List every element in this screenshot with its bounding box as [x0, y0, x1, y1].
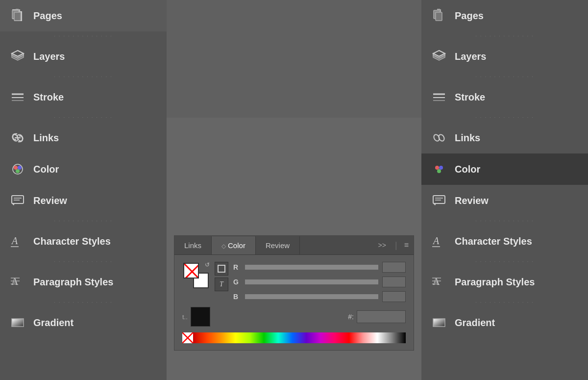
rgb-sliders: R G B [233, 262, 406, 302]
sidebar-item-paragraph-styles-right[interactable]: A Paragraph Styles [421, 266, 588, 298]
tab-links[interactable]: Links [174, 236, 212, 254]
sidebar-item-paragraph-styles-left[interactable]: A Paragraph Styles [0, 266, 167, 298]
fill-type-button[interactable] [215, 262, 228, 276]
divider-3-right: · · · · · · · · · · · · · [421, 113, 588, 122]
gradient-icon-left [9, 314, 26, 331]
hex-label: #: [348, 313, 354, 321]
color-panel: Links ◇Color Review >> | ≡ [174, 235, 414, 351]
sidebar-item-stroke-left[interactable]: Stroke [0, 81, 167, 113]
swap-arrow-icon[interactable]: ↺ [205, 262, 210, 268]
color-spectrum[interactable] [193, 332, 406, 343]
svg-text:A: A [432, 235, 440, 246]
g-slider-row: G [233, 277, 406, 287]
sidebar-item-pages-right-label: Pages [455, 10, 484, 22]
right-panel: Pages · · · · · · · · · · · · · Layers ·… [421, 0, 588, 380]
fg-swatch [183, 263, 199, 279]
divider-1-left: · · · · · · · · · · · · · [0, 31, 167, 41]
sidebar-item-gradient-left[interactable]: Gradient [0, 307, 167, 338]
divider-4-right: · · · · · · · · · · · · · [421, 216, 588, 226]
sidebar-item-character-styles-left[interactable]: A Character Styles [0, 226, 167, 257]
fg-bg-swatch[interactable]: ↺ [182, 262, 210, 289]
b-slider-row: B [233, 291, 406, 302]
tab-separator: | [393, 240, 399, 251]
sidebar-item-color-right[interactable]: Color [421, 153, 588, 185]
char-styles-icon-left: A [9, 232, 26, 250]
sidebar-item-character-styles-left-label: Character Styles [33, 236, 111, 247]
sidebar-item-links-left[interactable]: Links [0, 122, 167, 153]
sidebar-item-links-left-label: Links [33, 132, 59, 144]
pages-icon [9, 7, 26, 25]
b-value[interactable] [382, 291, 406, 302]
color-icon-left [9, 160, 26, 178]
sidebar-item-character-styles-right-label: Character Styles [455, 236, 532, 247]
sidebar-item-pages-left[interactable]: Pages [0, 0, 167, 31]
sidebar-item-layers-right-label: Layers [455, 51, 487, 62]
divider-2-right: · · · · · · · · · · · · · [421, 72, 588, 81]
sidebar-item-review-left[interactable]: Review [0, 185, 167, 216]
text-type-button[interactable]: T [215, 278, 228, 291]
pages-icon-right [430, 7, 448, 25]
svg-rect-32 [218, 265, 225, 272]
sidebar-item-color-left[interactable]: Color [0, 153, 167, 185]
sidebar-item-layers-left[interactable]: Layers [0, 41, 167, 72]
links-icon-left [9, 129, 26, 147]
para-styles-icon-left: A [9, 273, 26, 291]
sidebar-item-review-right[interactable]: Review [421, 185, 588, 216]
svg-point-49 [437, 169, 441, 173]
r-slider[interactable] [245, 265, 378, 270]
black-swatch[interactable] [191, 307, 210, 327]
spectrum-bar[interactable] [182, 332, 406, 343]
svg-point-17 [14, 166, 18, 170]
para-styles-icon-right: A [430, 273, 448, 291]
svg-point-47 [435, 166, 439, 170]
sidebar-item-gradient-right[interactable]: Gradient [421, 307, 588, 338]
sidebar-item-links-right[interactable]: Links [421, 122, 588, 153]
color-icon-right [430, 160, 448, 178]
center-area: Links ◇Color Review >> | ≡ [167, 0, 421, 380]
g-value[interactable] [382, 277, 406, 287]
sidebar-item-layers-right[interactable]: Layers [421, 41, 588, 72]
tab-review[interactable]: Review [256, 236, 300, 254]
svg-point-48 [439, 166, 443, 170]
color-panel-body: ↺ T R [174, 255, 414, 350]
tab-color[interactable]: ◇Color [212, 236, 256, 254]
sidebar-item-gradient-left-label: Gradient [33, 317, 74, 329]
color-panel-tabs: Links ◇Color Review >> | ≡ [174, 236, 414, 255]
hex-input[interactable] [357, 310, 406, 323]
sidebar-item-links-right-label: Links [455, 132, 480, 144]
sidebar-item-stroke-right[interactable]: Stroke [421, 81, 588, 113]
divider-6-left: · · · · · · · · · · · · · [0, 298, 167, 307]
tab-menu-button[interactable]: ≡ [399, 236, 414, 254]
swatch-type-buttons: T [215, 262, 228, 291]
none-label: t.. [182, 313, 188, 321]
sidebar-item-pages-right[interactable]: Pages [421, 0, 588, 31]
divider-5-right: · · · · · · · · · · · · · [421, 257, 588, 266]
canvas-area [167, 0, 421, 118]
color-diamond-icon: ◇ [221, 243, 226, 250]
sidebar-item-pages-left-label: Pages [33, 10, 62, 22]
r-label: R [233, 263, 241, 271]
divider-1-right: · · · · · · · · · · · · · [421, 31, 588, 41]
divider-6-right: · · · · · · · · · · · · · [421, 298, 588, 307]
b-label: B [233, 293, 241, 301]
left-panel: Pages · · · · · · · · · · · · · Layers ·… [0, 0, 167, 380]
stroke-icon-right [430, 88, 448, 106]
g-slider[interactable] [245, 279, 378, 284]
svg-rect-4 [14, 12, 21, 21]
b-slider[interactable] [245, 294, 378, 299]
tab-overflow-button[interactable]: >> [371, 236, 393, 254]
svg-text:A: A [11, 235, 18, 246]
divider-2-left: · · · · · · · · · · · · · [0, 72, 167, 81]
g-label: G [233, 278, 241, 286]
links-icon-right [430, 129, 448, 147]
layers-icon-right [430, 48, 448, 65]
sidebar-item-gradient-right-label: Gradient [455, 317, 495, 329]
r-value[interactable] [382, 262, 406, 273]
divider-5-left: · · · · · · · · · · · · · [0, 257, 167, 266]
stroke-icon-left [9, 88, 26, 106]
char-styles-icon-right: A [430, 232, 448, 250]
sidebar-item-paragraph-styles-right-label: Paragraph Styles [455, 277, 535, 288]
svg-rect-36 [436, 12, 442, 21]
sidebar-item-character-styles-right[interactable]: A Character Styles [421, 226, 588, 257]
review-icon-left [9, 192, 26, 209]
